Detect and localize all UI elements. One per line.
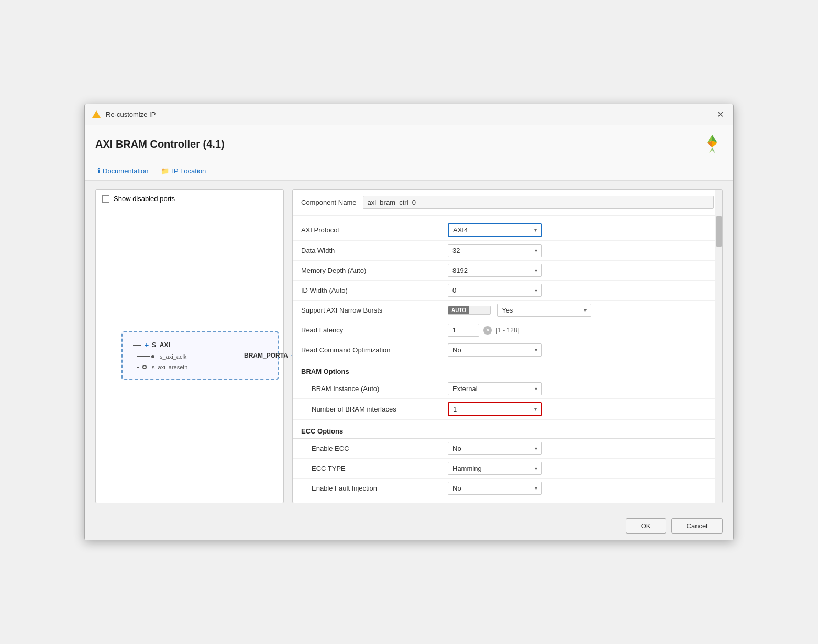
svg-marker-5 [712, 147, 715, 153]
port-diagram: + S_AXI s_axi_aclk [96, 208, 283, 503]
bram-interfaces-select[interactable]: 1 ▾ [448, 402, 542, 416]
read-cmd-opt-chevron-icon: ▾ [535, 347, 537, 353]
bram-instance-select[interactable]: External ▾ [448, 382, 542, 395]
app-logo-icon [91, 109, 102, 120]
vivado-logo-icon [702, 134, 723, 154]
param-row-id-width: ID Width (Auto) 0 ▾ [293, 281, 722, 301]
cancel-button[interactable]: Cancel [671, 518, 723, 534]
title-bar-left: Re-customize IP [91, 109, 156, 120]
narrow-bursts-chevron-icon: ▾ [584, 307, 587, 313]
bram-interfaces-label: Number of BRAM interfaces [301, 405, 448, 413]
fault-injection-select[interactable]: No ▾ [448, 482, 542, 495]
info-icon: ℹ [97, 166, 100, 175]
read-cmd-opt-label: Read Command Optimization [301, 346, 448, 354]
svg-marker-0 [92, 110, 101, 118]
data-width-chevron-icon: ▾ [535, 248, 537, 253]
bram-instance-value: External [452, 385, 478, 393]
ecc-type-select[interactable]: Hamming ▾ [448, 462, 542, 475]
app-header: AXI BRAM Controller (4.1) [85, 125, 733, 161]
show-ports-label: Show disabled ports [114, 195, 175, 203]
data-width-label: Data Width [301, 247, 448, 254]
documentation-label: Documentation [103, 167, 148, 175]
ip-location-button[interactable]: 📁 IP Location [159, 166, 208, 176]
narrow-bursts-select[interactable]: Yes ▾ [497, 304, 591, 317]
enable-ecc-value: No [452, 445, 461, 452]
port-row-aresetn: s_axi_aresetn [137, 364, 267, 370]
id-width-chevron-icon: ▾ [535, 287, 537, 293]
axi-protocol-value: AXI4 [453, 226, 468, 234]
show-ports-bar: Show disabled ports [96, 190, 283, 208]
axi-protocol-label: AXI Protocol [301, 226, 448, 234]
component-name-label: Component Name [301, 198, 357, 206]
left-panel: Show disabled ports + S_AXI [95, 189, 284, 503]
axi-protocol-select[interactable]: AXI4 ▾ [448, 223, 542, 237]
fault-injection-value: No [452, 484, 461, 492]
param-row-narrow-bursts: Support AXI Narrow Bursts AUTO Yes ▾ [293, 301, 722, 320]
read-cmd-opt-value: No [452, 346, 461, 354]
ecc-type-value: Hamming [452, 464, 482, 472]
bram-interfaces-control: 1 ▾ [448, 402, 714, 416]
param-row-bram-instance: BRAM Instance (Auto) External ▾ [293, 379, 722, 399]
ok-button[interactable]: OK [626, 518, 666, 534]
show-ports-checkbox[interactable] [102, 195, 109, 203]
component-name-input[interactable] [363, 196, 714, 209]
narrow-bursts-label: Support AXI Narrow Bursts [301, 306, 448, 314]
narrow-bursts-control: AUTO Yes ▾ [448, 304, 714, 317]
memory-depth-select[interactable]: 8192 ▾ [448, 264, 542, 277]
param-row-axi-protocol: AXI Protocol AXI4 ▾ [293, 220, 722, 241]
enable-ecc-chevron-icon: ▾ [535, 446, 537, 451]
content-area: Show disabled ports + S_AXI [85, 181, 733, 512]
param-row-bram-interfaces: Number of BRAM interfaces 1 ▾ [293, 399, 722, 420]
scrollbar-thumb[interactable] [716, 216, 722, 247]
aclk-label: s_axi_aclk [160, 353, 186, 360]
bram-instance-control: External ▾ [448, 382, 714, 395]
bram-porta-label: BRAM_PORTA [244, 352, 288, 359]
data-width-value: 32 [452, 247, 460, 254]
aresetn-label: s_axi_aresetn [152, 364, 188, 370]
documentation-button[interactable]: ℹ Documentation [95, 165, 150, 176]
memory-depth-value: 8192 [452, 267, 468, 274]
bram-interfaces-chevron-icon: ▾ [534, 406, 537, 412]
bram-interfaces-value: 1 [453, 405, 457, 413]
id-width-control: 0 ▾ [448, 284, 714, 297]
close-button[interactable]: ✕ [714, 108, 727, 120]
scrollbar-track[interactable] [715, 190, 722, 503]
svg-marker-6 [709, 147, 712, 153]
read-cmd-opt-control: No ▾ [448, 343, 714, 357]
ip-location-label: IP Location [172, 167, 206, 175]
read-latency-range: [1 - 128] [496, 327, 519, 334]
param-row-memory-depth: Memory Depth (Auto) 8192 ▾ [293, 261, 722, 281]
component-name-bar: Component Name [293, 190, 722, 216]
read-latency-clear-button[interactable]: ✕ [483, 326, 492, 335]
main-dialog: Re-customize IP ✕ AXI BRAM Controller (4… [84, 104, 734, 540]
ecc-type-control: Hamming ▾ [448, 462, 714, 475]
read-cmd-opt-select[interactable]: No ▾ [448, 343, 542, 357]
folder-icon: 📁 [161, 167, 169, 175]
enable-ecc-select[interactable]: No ▾ [448, 442, 542, 455]
memory-depth-label: Memory Depth (Auto) [301, 267, 448, 274]
id-width-value: 0 [452, 286, 456, 294]
param-row-data-width: Data Width 32 ▾ [293, 241, 722, 261]
ecc-type-chevron-icon: ▾ [535, 465, 537, 471]
right-panel: Component Name AXI Protocol AXI4 ▾ [292, 189, 723, 503]
axi-protocol-chevron-icon: ▾ [534, 227, 537, 233]
s-axi-label: S_AXI [152, 341, 170, 349]
narrow-bursts-value: Yes [502, 306, 513, 314]
memory-depth-control: 8192 ▾ [448, 264, 714, 277]
fault-injection-control: No ▾ [448, 482, 714, 495]
read-latency-input[interactable] [448, 324, 479, 337]
param-row-read-latency: Read Latency ✕ [1 - 128] [293, 320, 722, 340]
enable-ecc-label: Enable ECC [301, 445, 448, 452]
param-row-read-cmd-opt: Read Command Optimization No ▾ [293, 340, 722, 360]
bram-instance-label: BRAM Instance (Auto) [301, 385, 448, 393]
read-latency-control: ✕ [1 - 128] [448, 324, 714, 337]
toolbar: ℹ Documentation 📁 IP Location [85, 161, 733, 181]
id-width-select[interactable]: 0 ▾ [448, 284, 542, 297]
params-scroll: AXI Protocol AXI4 ▾ Data Width 32 [293, 216, 722, 503]
id-width-label: ID Width (Auto) [301, 286, 448, 294]
bram-options-header: BRAM Options [293, 362, 722, 379]
ecc-type-label: ECC TYPE [301, 464, 448, 472]
enable-ecc-control: No ▾ [448, 442, 714, 455]
data-width-select[interactable]: 32 ▾ [448, 244, 542, 257]
fault-injection-chevron-icon: ▾ [535, 485, 537, 491]
